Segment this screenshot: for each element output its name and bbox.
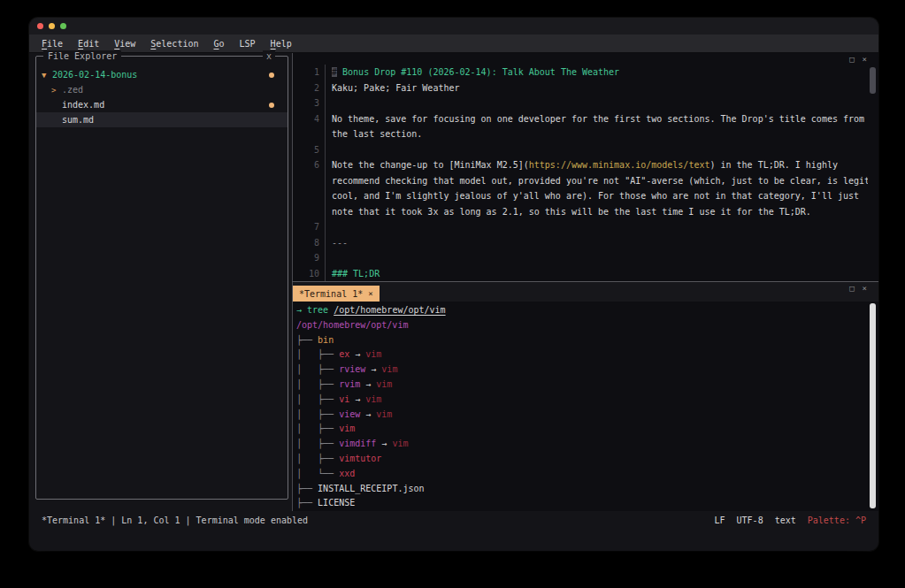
- editor-line-text: cool, and I'm slightly jealous of y'all …: [332, 188, 859, 204]
- editor-line[interactable]: 1# Bonus Drop #110 (2026-02-14): Talk Ab…: [293, 65, 868, 80]
- editor-line-text: No theme, save for focusing on one devel…: [332, 111, 864, 127]
- terminal-line: │ ├── vimtutor: [296, 452, 868, 467]
- editor-line[interactable]: cool, and I'm slightly jealous of y'all …: [293, 188, 868, 204]
- editor-line-text: the last section.: [332, 126, 422, 142]
- terminal-tab[interactable]: *Terminal 1*×: [293, 286, 380, 302]
- editor-scrollbar[interactable]: [870, 67, 876, 94]
- editor-line-text: ---: [332, 235, 348, 251]
- editor-content[interactable]: 1# Bonus Drop #110 (2026-02-14): Talk Ab…: [293, 65, 868, 281]
- folder-collapsed-icon[interactable]: >: [51, 86, 62, 95]
- editor-line[interactable]: 2Kaku; Pake; Fair Weather: [293, 80, 868, 96]
- minimize-window-button[interactable]: [49, 23, 55, 29]
- terminal-tab-label: *Terminal 1*: [299, 289, 363, 299]
- status-segment-palette: Palette: ^P: [808, 515, 866, 525]
- left-dock: File Explorer x ▼2026-02-14-bonus>.zedin…: [29, 53, 292, 511]
- text-segment: │ ├──: [296, 424, 339, 433]
- text-segment: vi: [339, 394, 349, 404]
- text-segment: rvim: [339, 379, 360, 389]
- line-number: [293, 126, 326, 142]
- explorer-item-2026-02-14-bonus[interactable]: ▼2026-02-14-bonus: [36, 67, 288, 82]
- modified-dot-indicator: [269, 103, 274, 108]
- explorer-item-label: .zed: [62, 85, 83, 95]
- terminal-close-icon[interactable]: ×: [863, 284, 867, 293]
- explorer-item-label: 2026-02-14-bonus: [52, 70, 137, 80]
- editor-line[interactable]: 5: [293, 142, 868, 158]
- menu-item-lsp[interactable]: LSP: [240, 39, 256, 49]
- line-number: [293, 204, 326, 220]
- status-bar: *Terminal 1* | Ln 1, Col 1 | Terminal mo…: [29, 511, 878, 529]
- editor-line[interactable]: the last section.: [293, 126, 868, 142]
- explorer-item-sum-md[interactable]: sum.md: [36, 112, 288, 127]
- terminal-scrollbar[interactable]: [870, 303, 876, 508]
- status-segment-text: text: [775, 515, 796, 525]
- text-segment: →: [349, 394, 365, 404]
- line-number: 9: [293, 250, 326, 266]
- text-segment: note that it took 3x as long as 2.1, so …: [332, 207, 811, 217]
- explorer-item--zed[interactable]: >.zed: [36, 82, 288, 97]
- editor-line-text: recommend checking that model out, provi…: [332, 173, 868, 189]
- editor-close-icon[interactable]: ×: [863, 55, 867, 64]
- text-segment: │ ├──: [296, 364, 339, 374]
- status-segment-utf-8: UTF-8: [737, 515, 763, 525]
- terminal-line: │ ├── rview → vim: [296, 363, 868, 378]
- text-segment: LICENSE: [318, 498, 355, 508]
- editor-line[interactable]: 6Note the change-up to [MiniMax M2.5](ht…: [293, 157, 868, 173]
- text-segment: ex: [339, 349, 349, 359]
- status-right-group: LFUTF-8textPalette: ^P: [715, 515, 866, 525]
- editor-line[interactable]: 7: [293, 219, 868, 235]
- menu-item-edit[interactable]: Edit: [78, 39, 99, 49]
- terminal-tab-bar: *Terminal 1*× □ ×: [293, 282, 878, 302]
- line-number: 3: [293, 95, 326, 111]
- menu-bar: FileEditViewSelectionGoLSPHelp: [29, 34, 878, 53]
- text-segment: recommend checking that model out, provi…: [332, 176, 868, 186]
- text-segment: →: [349, 349, 365, 359]
- menu-item-view[interactable]: View: [114, 39, 135, 49]
- text-segment: view: [339, 409, 360, 419]
- editor-line[interactable]: recommend checking that model out, provi…: [293, 173, 868, 189]
- terminal-line: /opt/homebrew/opt/vim: [296, 318, 868, 333]
- text-segment: Bonus Drop #110 (2026-02-14): Talk About…: [337, 67, 619, 77]
- text-segment: ├──: [296, 498, 318, 508]
- text-segment: https://www.minimax.io/models/text: [529, 160, 710, 170]
- text-segment: xxd: [339, 469, 355, 478]
- explorer-item-index-md[interactable]: index.md: [36, 97, 288, 112]
- modified-dot-indicator: [269, 73, 274, 78]
- text-segment: │ ├──: [296, 409, 339, 419]
- text-segment: │ ├──: [296, 349, 339, 359]
- text-segment: vimtutor: [339, 454, 381, 463]
- editor-line[interactable]: 4No theme, save for focusing on one deve…: [293, 111, 868, 127]
- text-segment: Note the change-up to [MiniMax M2.5](: [332, 160, 529, 170]
- editor-line[interactable]: 10### TL;DR: [293, 266, 868, 282]
- editor-line[interactable]: 3: [293, 95, 868, 111]
- title-bar[interactable]: [29, 18, 878, 34]
- text-segment: No theme, save for focusing on one devel…: [332, 114, 864, 124]
- text-segment: │ ├──: [296, 454, 339, 463]
- editor-line[interactable]: note that it took 3x as long as 2.1, so …: [293, 204, 868, 220]
- menu-item-help[interactable]: Help: [271, 39, 292, 49]
- menu-item-file[interactable]: File: [42, 39, 63, 49]
- terminal-maximize-icon[interactable]: □: [849, 284, 854, 293]
- editor-maximize-icon[interactable]: □: [849, 55, 854, 64]
- terminal-panel: *Terminal 1*× □ × → tree /opt/homebrew/o…: [292, 282, 878, 511]
- terminal-content[interactable]: → tree /opt/homebrew/opt/vim/opt/homebre…: [293, 303, 868, 511]
- line-number: 4: [293, 111, 326, 127]
- text-segment: the last section.: [332, 129, 422, 139]
- line-number: 1: [293, 65, 326, 80]
- file-explorer-close-icon[interactable]: x: [263, 50, 275, 62]
- terminal-line: │ ├── vi → vim: [296, 393, 868, 408]
- editor-line[interactable]: 8---: [293, 235, 868, 251]
- app-window: FileEditViewSelectionGoLSPHelp File Expl…: [29, 18, 878, 551]
- terminal-tab-close-icon[interactable]: ×: [368, 289, 372, 298]
- close-window-button[interactable]: [37, 23, 43, 29]
- menu-item-selection[interactable]: Selection: [150, 39, 198, 49]
- folder-expanded-icon[interactable]: ▼: [42, 71, 52, 80]
- zoom-window-button[interactable]: [60, 23, 66, 29]
- line-number: 7: [293, 219, 326, 235]
- terminal-line: │ ├── view → vim: [296, 408, 868, 423]
- text-segment: cool, and I'm slightly jealous of y'all …: [332, 191, 859, 201]
- explorer-item-label: sum.md: [62, 115, 94, 125]
- terminal-line: ├── bin: [296, 333, 868, 348]
- menu-item-go[interactable]: Go: [213, 39, 224, 49]
- editor-line[interactable]: 9: [293, 250, 868, 266]
- editor-line-text: Kaku; Pake; Fair Weather: [332, 80, 460, 96]
